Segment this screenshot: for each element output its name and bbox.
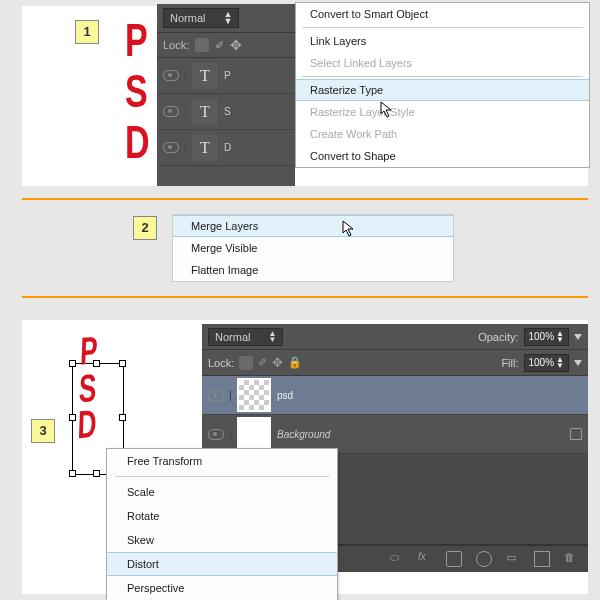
menu-free-transform[interactable]: Free Transform [107, 449, 337, 473]
spin-arrows-icon: ▲▼ [556, 331, 564, 343]
divider-1 [22, 198, 588, 200]
fx-icon[interactable]: fx [418, 551, 432, 565]
psd-letter-p: P [125, 14, 150, 65]
menu-rasterize-style: Rasterize Layer Style [296, 101, 589, 123]
opacity-spin[interactable]: 100%▲▼ [524, 328, 570, 346]
link-icon[interactable]: ⬭ [390, 551, 404, 565]
menu-perspective[interactable]: Perspective [107, 576, 337, 600]
lock-move-icon[interactable]: ✥ [272, 355, 283, 370]
select-arrows-icon: ▲▼ [223, 11, 232, 25]
menu-scale[interactable]: Scale [107, 480, 337, 504]
step-2-marker: 2 [133, 216, 157, 240]
panel3-row1: Normal ▲▼ Opacity: 100%▲▼ [202, 324, 588, 350]
step-1-marker: 1 [75, 20, 99, 44]
folder-icon[interactable]: ▭ [506, 551, 520, 565]
layer-name: Background [277, 429, 330, 440]
transform-handle[interactable] [69, 414, 76, 421]
menu-create-work-path: Create Work Path [296, 123, 589, 145]
visibility-toggle[interactable] [202, 429, 231, 440]
spin-arrows-icon: ▲▼ [556, 357, 564, 369]
layer-row-s[interactable]: T S [157, 94, 295, 130]
eye-icon [208, 390, 224, 401]
menu-rotate[interactable]: Rotate [107, 504, 337, 528]
psd-letter-s: S [125, 65, 150, 116]
menu-distort[interactable]: Distort [107, 552, 337, 576]
menu-sep [302, 27, 583, 28]
menu-merge-visible[interactable]: Merge Visible [173, 237, 453, 259]
type-thumb-icon: T [192, 63, 218, 89]
dropdown-icon[interactable] [574, 360, 582, 366]
context-menu-1: Convert to Smart Object Link Layers Sele… [295, 2, 590, 168]
opacity-value: 100% [529, 331, 555, 342]
layer-psd[interactable]: psd [202, 376, 588, 415]
psd-text-1: P S D [125, 14, 150, 168]
layer-row-p[interactable]: T P [157, 58, 295, 94]
menu-merge-layers[interactable]: Merge Layers [173, 215, 453, 237]
menu-sep [115, 476, 329, 477]
psd-letter-d: D [77, 406, 97, 444]
panel3-row2: Lock: ✐ ✥ 🔒 Fill: 100%▲▼ [202, 350, 588, 376]
fill-spin[interactable]: 100%▲▼ [524, 354, 570, 372]
lock-transparent-icon[interactable] [239, 356, 253, 370]
blend-mode-select[interactable]: Normal ▲▼ [163, 8, 239, 28]
eye-icon [163, 106, 179, 117]
layer-name: S [224, 106, 231, 117]
trash-icon[interactable]: 🗑 [564, 551, 578, 565]
blend-mode-value: Normal [215, 331, 250, 343]
context-menu-2: Merge Layers Merge Visible Flatten Image [172, 214, 454, 282]
visibility-toggle[interactable] [157, 106, 186, 117]
lock-row: Lock: ✐ ✥ [157, 33, 295, 58]
transform-handle[interactable] [69, 360, 76, 367]
layer-name: P [224, 70, 231, 81]
visibility-toggle[interactable] [157, 70, 186, 81]
select-arrows-icon: ▲▼ [268, 331, 276, 343]
menu-link-layers[interactable]: Link Layers [296, 30, 589, 52]
transform-handle[interactable] [119, 414, 126, 421]
blend-mode-select[interactable]: Normal ▲▼ [208, 328, 283, 346]
layers-panel-1: Normal ▲▼ Lock: ✐ ✥ T P T S T D [157, 4, 295, 186]
layer-name: D [224, 142, 231, 153]
psd-text-3: P S D [77, 332, 100, 444]
opacity-label: Opacity: [478, 331, 518, 343]
layer-name: psd [277, 390, 293, 401]
transform-handle[interactable] [93, 470, 100, 477]
menu-rasterize-type[interactable]: Rasterize Type [296, 79, 589, 101]
transform-handle[interactable] [119, 360, 126, 367]
menu-convert-shape[interactable]: Convert to Shape [296, 145, 589, 167]
menu-select-linked: Select Linked Layers [296, 52, 589, 74]
menu-sep [302, 76, 583, 77]
blend-mode-row: Normal ▲▼ [157, 4, 295, 33]
transform-menu: Free Transform Scale Rotate Skew Distort… [106, 448, 338, 600]
mask-icon[interactable] [446, 551, 462, 567]
brush-icon[interactable]: ✐ [215, 39, 224, 52]
blend-mode-value: Normal [170, 12, 205, 24]
visibility-toggle[interactable] [157, 142, 186, 153]
move-icon[interactable]: ✥ [230, 37, 242, 53]
lock-label: Lock: [208, 357, 234, 369]
dropdown-icon[interactable] [574, 334, 582, 340]
menu-skew[interactable]: Skew [107, 528, 337, 552]
psd-letter-d: D [125, 117, 150, 168]
layer-thumb-transparent [237, 378, 271, 412]
eye-icon [208, 429, 224, 440]
lock-brush-icon[interactable]: ✐ [258, 356, 267, 369]
layer-row-d[interactable]: T D [157, 130, 295, 166]
eye-icon [163, 142, 179, 153]
lock-label: Lock: [163, 39, 189, 51]
menu-flatten[interactable]: Flatten Image [173, 259, 453, 281]
menu-convert-smart[interactable]: Convert to Smart Object [296, 3, 589, 25]
layer-thumb-white [237, 417, 271, 451]
type-thumb-icon: T [192, 135, 218, 161]
visibility-toggle[interactable] [202, 390, 231, 401]
step-3-marker: 3 [31, 419, 55, 443]
new-layer-icon[interactable] [534, 551, 550, 567]
adjustment-icon[interactable] [476, 551, 492, 567]
lock-icon [570, 428, 582, 440]
eye-icon [163, 70, 179, 81]
divider-2 [22, 296, 588, 298]
fill-value: 100% [529, 357, 555, 368]
transform-handle[interactable] [69, 470, 76, 477]
type-thumb-icon: T [192, 99, 218, 125]
lock-icon-1[interactable] [195, 38, 209, 52]
lock-all-icon[interactable]: 🔒 [288, 356, 302, 369]
